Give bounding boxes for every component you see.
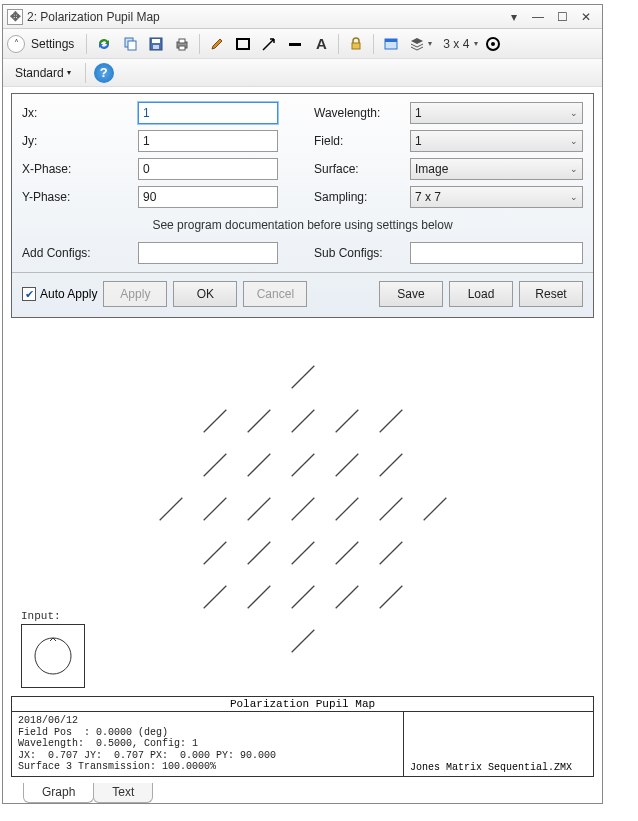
svg-line-28 xyxy=(247,498,270,521)
settings-label[interactable]: Settings xyxy=(29,37,80,51)
svg-line-17 xyxy=(247,410,270,433)
sampling-select[interactable]: 7 x 7 ⌄ xyxy=(410,186,583,208)
checkbox-checked-icon: ✔ xyxy=(22,287,36,301)
svg-line-43 xyxy=(291,630,314,653)
field-select[interactable]: 1 ⌄ xyxy=(410,130,583,152)
svg-rect-8 xyxy=(237,39,249,49)
copy-icon[interactable] xyxy=(119,33,141,55)
standard-combo-label: Standard xyxy=(15,66,64,80)
auto-apply-checkbox[interactable]: ✔ Auto Apply xyxy=(22,287,97,301)
pupil-map-chart xyxy=(3,324,602,694)
cancel-button[interactable]: Cancel xyxy=(243,281,307,307)
tab-text[interactable]: Text xyxy=(93,783,153,803)
reset-button[interactable]: Reset xyxy=(519,281,583,307)
svg-line-41 xyxy=(335,586,358,609)
jx-input[interactable] xyxy=(138,102,278,124)
jy-label: Jy: xyxy=(22,134,132,148)
svg-line-33 xyxy=(203,542,226,565)
input-label: Input: xyxy=(21,610,85,622)
jy-input[interactable] xyxy=(138,130,278,152)
sub-configs-label: Sub Configs: xyxy=(314,246,404,260)
save-button[interactable]: Save xyxy=(379,281,443,307)
save-icon[interactable] xyxy=(145,33,167,55)
surface-label: Surface: xyxy=(314,162,404,176)
add-configs-label: Add Configs: xyxy=(22,246,132,260)
arrow-icon[interactable] xyxy=(258,33,280,55)
yphase-input[interactable] xyxy=(138,186,278,208)
window-layout-icon[interactable] xyxy=(380,33,402,55)
settings-panel: Jx: Wavelength: 1 ⌄ Jy: Field: 1 ⌄ X-Pha… xyxy=(11,93,594,318)
svg-rect-9 xyxy=(289,43,301,46)
titlebar: ✥ 2: Polarization Pupil Map ▾ — ☐ ✕ xyxy=(3,5,602,29)
svg-line-19 xyxy=(335,410,358,433)
window-root: ✥ 2: Polarization Pupil Map ▾ — ☐ ✕ ˄ Se… xyxy=(2,4,603,804)
svg-rect-10 xyxy=(352,43,360,49)
svg-line-34 xyxy=(247,542,270,565)
collapse-settings-icon[interactable]: ˄ xyxy=(7,35,25,53)
refresh-icon[interactable] xyxy=(93,33,115,55)
wavelength-value: 1 xyxy=(415,106,422,120)
wavelength-label: Wavelength: xyxy=(314,106,404,120)
help-icon[interactable]: ? xyxy=(94,63,114,83)
xphase-input[interactable] xyxy=(138,158,278,180)
wavelength-select[interactable]: 1 ⌄ xyxy=(410,102,583,124)
load-button[interactable]: Load xyxy=(449,281,513,307)
jx-label: Jx: xyxy=(22,106,132,120)
footer-text: 2018/06/12 Field Pos : 0.0000 (deg) Wave… xyxy=(12,712,403,776)
svg-line-21 xyxy=(203,454,226,477)
svg-line-16 xyxy=(203,410,226,433)
plot-area: Input: xyxy=(3,324,602,694)
svg-line-25 xyxy=(379,454,402,477)
svg-line-39 xyxy=(247,586,270,609)
svg-line-23 xyxy=(291,454,314,477)
svg-line-29 xyxy=(291,498,314,521)
maximize-icon[interactable]: ☐ xyxy=(550,7,574,27)
minimize-icon[interactable]: — xyxy=(526,7,550,27)
settings-note: See program documentation before using s… xyxy=(22,218,583,232)
standard-combo[interactable]: Standard ▾ xyxy=(9,64,77,82)
svg-rect-1 xyxy=(128,41,136,50)
toolbar-secondary: Standard ▾ ? xyxy=(3,59,602,87)
sub-configs-input[interactable] xyxy=(410,242,583,264)
pencil-icon[interactable] xyxy=(206,33,228,55)
chevron-down-icon: ⌄ xyxy=(570,164,578,174)
close-icon[interactable]: ✕ xyxy=(574,7,598,27)
ok-button[interactable]: OK xyxy=(173,281,237,307)
layers-icon[interactable] xyxy=(406,33,428,55)
svg-line-37 xyxy=(379,542,402,565)
tab-graph[interactable]: Graph xyxy=(23,783,94,803)
svg-rect-12 xyxy=(385,39,397,42)
print-icon[interactable] xyxy=(171,33,193,55)
svg-point-44 xyxy=(35,638,71,674)
svg-line-18 xyxy=(291,410,314,433)
footer-title: Polarization Pupil Map xyxy=(12,697,593,712)
svg-line-42 xyxy=(379,586,402,609)
text-icon[interactable]: A xyxy=(310,33,332,55)
svg-point-14 xyxy=(491,42,495,46)
surface-select[interactable]: Image ⌄ xyxy=(410,158,583,180)
footer-filename: Jones Matrix Sequential.ZMX xyxy=(403,712,593,776)
add-configs-input[interactable] xyxy=(138,242,278,264)
surface-value: Image xyxy=(415,162,448,176)
target-icon[interactable] xyxy=(482,33,504,55)
bottom-tabs: Graph Text xyxy=(3,779,602,803)
input-polarization-box: Input: xyxy=(21,610,85,688)
svg-line-24 xyxy=(335,454,358,477)
field-value: 1 xyxy=(415,134,422,148)
chevron-down-icon: ⌄ xyxy=(570,192,578,202)
lock-icon[interactable] xyxy=(345,33,367,55)
auto-apply-label: Auto Apply xyxy=(40,287,97,301)
apply-button[interactable]: Apply xyxy=(103,281,167,307)
svg-line-36 xyxy=(335,542,358,565)
line-weight-icon[interactable] xyxy=(284,33,306,55)
svg-line-32 xyxy=(423,498,446,521)
footer-block: Polarization Pupil Map 2018/06/12 Field … xyxy=(11,696,594,777)
svg-rect-6 xyxy=(179,39,185,43)
grid-size-label[interactable]: 3 x 4 xyxy=(436,33,476,55)
sampling-label: Sampling: xyxy=(314,190,404,204)
svg-line-40 xyxy=(291,586,314,609)
dropdown-icon[interactable]: ▾ xyxy=(502,7,526,27)
svg-rect-3 xyxy=(152,39,160,43)
rectangle-icon[interactable] xyxy=(232,33,254,55)
svg-line-38 xyxy=(203,586,226,609)
